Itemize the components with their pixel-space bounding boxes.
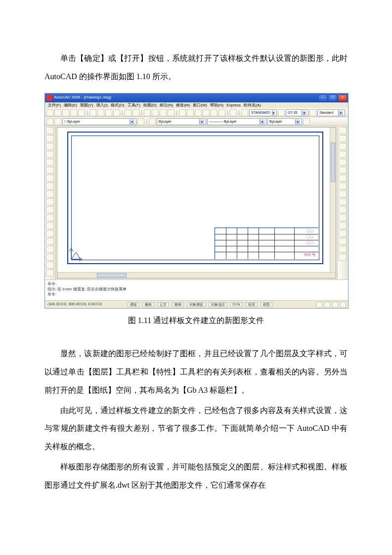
matchprop-icon[interactable] [113,109,120,116]
move-icon[interactable] [339,167,347,174]
paste-icon[interactable] [105,109,112,116]
layer-mgr-icon[interactable] [46,118,53,125]
menu-item[interactable]: 帮助(H) [210,103,223,108]
save-icon[interactable] [62,109,69,116]
props-icon[interactable] [179,109,186,116]
menu-item[interactable]: 文件(F) [48,103,61,108]
maximize-button[interactable]: □ [328,94,337,101]
break-icon[interactable] [339,222,347,229]
dc-icon[interactable] [187,109,194,116]
menu-item[interactable]: 视图(V) [80,103,93,108]
zoom-prev-icon[interactable] [168,109,174,116]
tablestyle-combo[interactable]: Standard▾ [317,109,345,116]
markup-icon[interactable] [211,109,218,116]
copy-obj-icon[interactable] [339,135,347,142]
linetype-combo[interactable]: ———— ByLayer▾ [207,118,266,125]
scrollbar-thumb[interactable] [97,273,127,278]
ssm-icon[interactable] [203,109,210,116]
help-icon[interactable] [230,109,237,116]
textstyle-icon[interactable] [241,109,248,116]
polygon-icon[interactable] [46,151,54,158]
break-pt-icon[interactable] [339,214,347,221]
array-icon[interactable] [339,159,347,166]
menu-item[interactable]: 窗口(W) [193,103,207,108]
point-icon[interactable] [46,230,54,237]
tool-pal-icon[interactable] [195,109,202,116]
print-icon[interactable] [70,109,77,116]
layer-prev-icon[interactable] [137,118,144,125]
color-icon[interactable] [149,118,156,125]
pline-icon[interactable] [46,143,54,150]
gradient-icon[interactable] [46,246,54,253]
fillet-icon[interactable] [339,246,347,253]
menu-item[interactable]: 标注(N) [160,103,173,108]
color-combo[interactable]: ByLayer▾ [157,118,206,125]
table-icon[interactable] [46,262,54,269]
scrollbar-thumb[interactable] [331,142,335,182]
textstyle-combo[interactable]: STANDARD▾ [249,109,277,116]
dimstyle-combo[interactable]: GT-35▾ [286,109,308,116]
status-ortho[interactable]: 正交 [157,302,169,307]
tray-lock-icon[interactable] [324,302,330,308]
close-button[interactable]: × [338,94,347,101]
status-grid[interactable]: 栅格 [142,302,154,307]
status-model[interactable]: 模型 [261,302,272,307]
layer-combo[interactable]: □ ByLayer▾ [62,118,136,125]
menu-item[interactable]: 工具(T) [128,103,140,108]
command-window[interactable]: 命令: 指示: 按 Enter 键重复: 双击右键显示快捷菜单 命令: [45,279,348,300]
line-icon[interactable] [46,127,54,134]
tablestyle-icon[interactable] [309,109,316,116]
arc-icon[interactable] [46,167,54,174]
circle-icon[interactable] [46,175,54,182]
region-icon[interactable] [46,254,54,261]
new-icon[interactable] [46,109,53,116]
revcloud-icon[interactable] [46,183,54,189]
open-icon[interactable] [54,109,61,116]
rotate-icon[interactable] [339,175,347,182]
lineweight-combo[interactable]: ByLayer▾ [267,118,302,125]
join-icon[interactable] [339,230,347,237]
extend-icon[interactable] [339,206,347,213]
menu-item[interactable]: 编辑(E) [64,103,77,108]
menu-item[interactable]: 修改(M) [176,103,190,108]
scrollbar-horizontal[interactable] [57,272,336,278]
menu-item[interactable]: Express [226,103,241,108]
layer-state-icon[interactable] [54,118,61,125]
menu-item[interactable]: 格式(O) [111,103,125,108]
calc-icon[interactable] [218,109,225,116]
scrollbar-vertical[interactable] [330,128,336,272]
xline-icon[interactable] [46,135,54,142]
redo-icon[interactable] [132,109,139,116]
undo-icon[interactable] [125,109,131,116]
status-polar[interactable]: 极轴 [172,302,184,307]
explode-icon[interactable] [339,254,347,261]
tray-clean-icon[interactable] [332,302,338,308]
spline-icon[interactable] [46,190,54,197]
status-dyn[interactable]: DYN [230,302,243,307]
minimize-button[interactable]: – [318,94,327,101]
plotstyle-icon[interactable] [303,118,310,125]
status-lwt[interactable]: 线宽 [246,302,258,307]
status-otrack[interactable]: 对象追踪 [209,302,227,307]
menu-item[interactable]: 欧特克(A) [244,103,261,108]
tray-max-icon[interactable] [340,302,346,308]
erase-icon[interactable] [339,127,347,134]
zoom-win-icon[interactable] [160,109,167,116]
menu-item[interactable]: 插入(I) [96,103,108,108]
mirror-icon[interactable] [339,143,347,150]
preview-icon[interactable] [78,109,85,116]
chamfer-icon[interactable] [339,238,347,245]
scale-icon[interactable] [339,183,347,189]
trim-icon[interactable] [339,198,347,205]
ellipse-icon[interactable] [46,198,54,205]
offset-icon[interactable] [339,151,347,158]
ellipse-arc-icon[interactable] [46,206,54,213]
pan-icon[interactable] [144,109,151,116]
status-osnap[interactable]: 对象捕捉 [187,302,206,307]
rectangle-icon[interactable] [46,159,54,166]
status-snap[interactable]: 捕捉 [128,302,139,307]
hatch-icon[interactable] [46,238,54,245]
zoom-rt-icon[interactable] [152,109,159,116]
drawing-canvas[interactable]: 〇〇 〇〇 〇〇 XXX 号 ◀▶ 模型 布局1 布局2 [57,127,336,278]
copy-icon[interactable] [97,109,104,116]
